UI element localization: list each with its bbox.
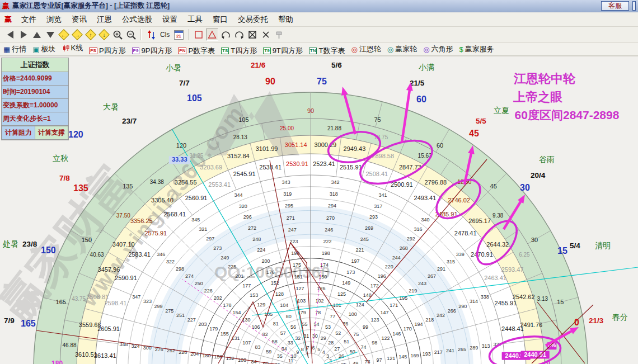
rotate-ccw-icon[interactable] xyxy=(219,29,232,41)
menu-item-4[interactable]: 公式选股 xyxy=(117,14,157,25)
svg-text:317: 317 xyxy=(374,204,382,209)
svg-text:265: 265 xyxy=(458,347,466,352)
menu-item-2[interactable]: 资讯 xyxy=(67,14,92,25)
svg-text:132: 132 xyxy=(226,356,234,361)
svg-text:172: 172 xyxy=(370,283,379,289)
svg-text:316: 316 xyxy=(414,226,423,232)
menu-item-3[interactable]: 江恩 xyxy=(92,14,117,25)
menu-item-9[interactable]: 帮助 xyxy=(273,14,298,25)
svg-text:345: 345 xyxy=(191,217,200,223)
menu-item-1[interactable]: 浏览 xyxy=(41,14,67,25)
svg-text:45: 45 xyxy=(469,129,479,138)
svg-text:339: 339 xyxy=(456,252,465,257)
svg-text:292: 292 xyxy=(407,236,415,242)
svg-text:105: 105 xyxy=(187,93,202,103)
svg-text:8: 8 xyxy=(301,347,304,352)
svg-text:谷雨: 谷雨 xyxy=(539,155,555,164)
zoom-in-icon[interactable] xyxy=(111,29,124,41)
ribbon-item-P四方形[interactable]: PSP四方形 xyxy=(89,46,125,56)
svg-text:267: 267 xyxy=(428,273,436,279)
ts-box-icon: TS xyxy=(221,48,229,54)
svg-text:193: 193 xyxy=(423,351,431,357)
next-icon[interactable] xyxy=(17,29,30,41)
down-icon[interactable] xyxy=(44,29,57,41)
menu-item-7[interactable]: 窗口 xyxy=(208,14,233,25)
svg-text:103: 103 xyxy=(297,298,306,304)
svg-text:135: 135 xyxy=(73,183,88,193)
svg-text:197: 197 xyxy=(351,258,359,264)
svg-text:21/5: 21/5 xyxy=(410,79,425,87)
ribbon-item-行情[interactable]: ▦行情 xyxy=(3,44,26,54)
calc-support-button[interactable]: 计算支撑 xyxy=(35,126,68,140)
square-tool-icon[interactable] xyxy=(193,29,205,41)
menu-item-6[interactable]: 工具 xyxy=(182,14,208,25)
prev-icon[interactable] xyxy=(4,29,16,41)
calendar-icon[interactable]: 21 xyxy=(172,29,185,41)
svg-text:273: 273 xyxy=(213,245,222,251)
rotate-cw-icon[interactable] xyxy=(233,29,245,41)
svg-text:122: 122 xyxy=(381,335,390,341)
svg-text:100: 100 xyxy=(349,311,357,317)
ribbon-item-9T四方形[interactable]: T99T四方形 xyxy=(263,46,303,56)
svg-text:220: 220 xyxy=(385,264,393,270)
svg-text:155: 155 xyxy=(221,331,229,337)
svg-text:127: 127 xyxy=(296,286,304,291)
ribbon-item-P数字表[interactable]: PNP数字表 xyxy=(178,46,215,56)
ribbon-item-江恩轮[interactable]: ◎江恩轮 xyxy=(351,44,381,54)
svg-text:2949.43: 2949.43 xyxy=(344,145,366,152)
diamond-down-icon[interactable]: ↓ xyxy=(98,29,110,41)
instrument-title: 上证指数 xyxy=(2,58,68,72)
diamond-left-icon[interactable]: ← xyxy=(58,29,70,41)
svg-text:247: 247 xyxy=(288,227,297,233)
svg-text:2523.41: 2523.41 xyxy=(313,160,335,167)
svg-text:立秋: 立秋 xyxy=(53,154,68,163)
svg-text:79: 79 xyxy=(301,310,306,315)
svg-text:104: 104 xyxy=(280,302,288,308)
zoom-out-icon[interactable] xyxy=(125,29,137,41)
ribbon-item-K线[interactable]: K线 xyxy=(62,43,83,53)
svg-text:297: 297 xyxy=(206,236,214,242)
ribbon-item-六角形[interactable]: ◎六角形 xyxy=(423,44,453,54)
diamond-up-icon[interactable]: ↑ xyxy=(85,29,97,41)
svg-text:218: 218 xyxy=(425,317,434,323)
menu-item-5[interactable]: 设置 xyxy=(157,14,182,25)
ribbon-item-label: 板块 xyxy=(41,44,56,54)
ribbon-item-T四方形[interactable]: TST四方形 xyxy=(221,46,257,56)
svg-text:2796.88: 2796.88 xyxy=(424,179,447,186)
svg-text:175: 175 xyxy=(293,262,301,268)
svg-text:341: 341 xyxy=(378,192,387,198)
svg-text:145: 145 xyxy=(398,354,407,360)
svg-text:3610.51: 3610.51 xyxy=(75,351,97,358)
ribbon-item-赢家服务[interactable]: $赢家服务 xyxy=(459,44,494,54)
up-icon[interactable] xyxy=(31,29,43,41)
calc-resistance-button[interactable]: 计算阻力 xyxy=(2,126,35,140)
svg-text:75: 75 xyxy=(353,332,359,337)
annotation-line-2: 上帝之眼 xyxy=(513,89,562,106)
svg-text:3101.99: 3101.99 xyxy=(256,145,278,152)
clipped-button[interactable] xyxy=(632,1,636,11)
diamond-right-icon[interactable]: → xyxy=(71,29,83,41)
menu-item-0[interactable]: 文件 xyxy=(16,14,41,25)
updown-icon[interactable] xyxy=(145,29,157,41)
menu-item-8[interactable]: 交易委托 xyxy=(233,14,273,25)
svg-text:3051.14: 3051.14 xyxy=(285,141,307,148)
svg-text:268: 268 xyxy=(400,245,408,251)
svg-text:60: 60 xyxy=(437,142,443,149)
center-mark-icon[interactable] xyxy=(260,29,272,41)
boxed-x-icon[interactable] xyxy=(246,29,259,41)
ps-box-icon: PS xyxy=(89,48,97,54)
svg-text:338: 338 xyxy=(481,294,489,300)
ribbon-item-板块[interactable]: ▣板块 xyxy=(32,44,55,54)
svg-text:57: 57 xyxy=(280,330,286,336)
svg-text:156: 156 xyxy=(214,354,223,360)
price-value: 价格=2440.9099 xyxy=(2,72,68,86)
triangle-tool-icon[interactable] xyxy=(206,29,218,41)
svg-text:178: 178 xyxy=(223,302,232,308)
ribbon-item-9P四方形[interactable]: P99P四方形 xyxy=(132,46,172,56)
ribbon-item-赢家轮[interactable]: ◎赢家轮 xyxy=(387,44,417,54)
pin-icon[interactable] xyxy=(273,29,285,41)
ribbon-item-T数字表[interactable]: TNT数字表 xyxy=(309,46,345,56)
customer-service-button[interactable]: 客服 xyxy=(601,1,629,11)
cls-button[interactable]: Cls xyxy=(158,29,171,41)
svg-text:2455.91: 2455.91 xyxy=(495,300,517,306)
